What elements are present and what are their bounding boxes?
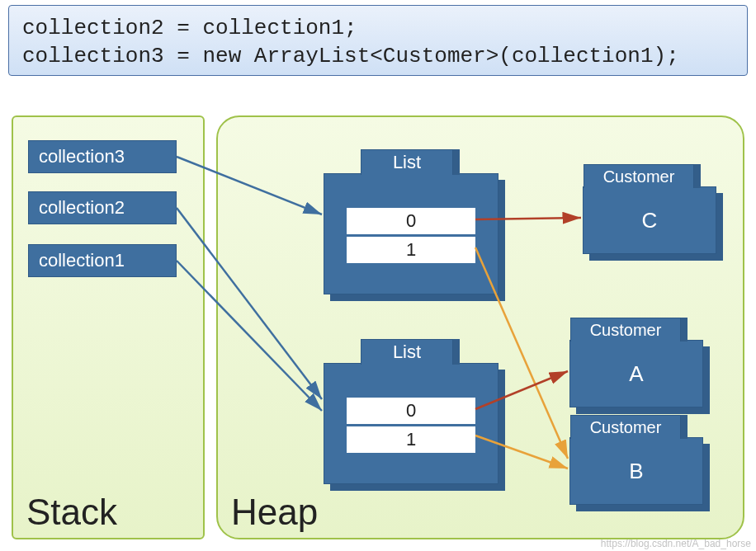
customer-label: Customer: [570, 415, 681, 439]
stack-var-collection1: collection1: [28, 244, 177, 277]
list-label: List: [361, 149, 453, 175]
customer-object-a: Customer A: [569, 340, 703, 407]
stack-var-label: collection1: [39, 250, 125, 271]
stack-zone: Stack: [12, 115, 205, 539]
customer-name: C: [584, 187, 716, 253]
list2-index-1: 1: [346, 425, 476, 454]
customer-object-c: Customer C: [583, 186, 716, 254]
code-panel: collection2 = collection1; collection3 =…: [8, 5, 748, 76]
customer-object-b: Customer B: [569, 437, 703, 505]
list2-index-0: 0: [346, 397, 476, 425]
code-line-2: collection3 = new ArrayList<Customer>(co…: [22, 44, 679, 68]
stack-var-label: collection3: [39, 146, 125, 167]
list-label: List: [361, 339, 453, 365]
list-object-1: List 0 1: [324, 173, 498, 294]
list1-index-1: 1: [346, 235, 476, 264]
customer-name: A: [570, 341, 702, 407]
stack-var-label: collection2: [39, 197, 125, 219]
customer-name: B: [570, 438, 702, 504]
stack-var-collection3: collection3: [28, 140, 177, 173]
stack-title: Stack: [26, 492, 117, 533]
customer-label: Customer: [584, 164, 694, 188]
customer-label: Customer: [570, 318, 681, 341]
list-object-2: List 0 1: [324, 363, 498, 484]
list1-index-0: 0: [346, 207, 476, 235]
code-line-1: collection2 = collection1;: [22, 16, 357, 40]
heap-title: Heap: [231, 492, 318, 533]
watermark: https://blog.csdn.net/A_bad_horse: [601, 538, 751, 549]
stack-var-collection2: collection2: [28, 191, 177, 224]
